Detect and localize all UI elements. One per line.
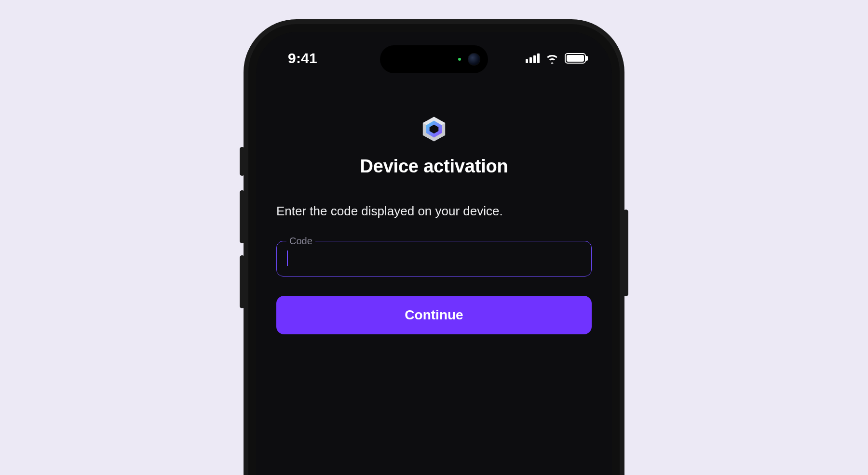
- cellular-icon: [526, 53, 540, 63]
- wifi-icon: [545, 53, 559, 64]
- battery-icon: [565, 53, 586, 64]
- code-fieldset: Code: [276, 236, 592, 277]
- screen: 9:41: [256, 32, 612, 475]
- page-title: Device activation: [360, 156, 508, 177]
- status-indicators: [526, 53, 586, 64]
- hexagon-logo-icon: [419, 114, 449, 145]
- front-camera: [468, 53, 480, 66]
- side-button-power: [624, 210, 628, 296]
- phone-frame: 9:41: [244, 19, 624, 475]
- code-input[interactable]: [277, 243, 591, 272]
- side-button-volume-up: [240, 190, 244, 243]
- side-button-volume-down: [240, 255, 244, 308]
- dynamic-island: [380, 45, 488, 73]
- instruction-text: Enter the code displayed on your device.: [276, 204, 503, 219]
- text-caret: [287, 251, 288, 266]
- status-time: 9:41: [288, 50, 317, 66]
- stage: 9:41: [0, 0, 868, 475]
- content: Device activation Enter the code display…: [256, 114, 612, 334]
- side-button-silence: [240, 147, 244, 176]
- code-field-wrap: Code: [276, 236, 592, 277]
- continue-button[interactable]: Continue: [276, 296, 592, 334]
- camera-indicator-dot: [458, 58, 461, 61]
